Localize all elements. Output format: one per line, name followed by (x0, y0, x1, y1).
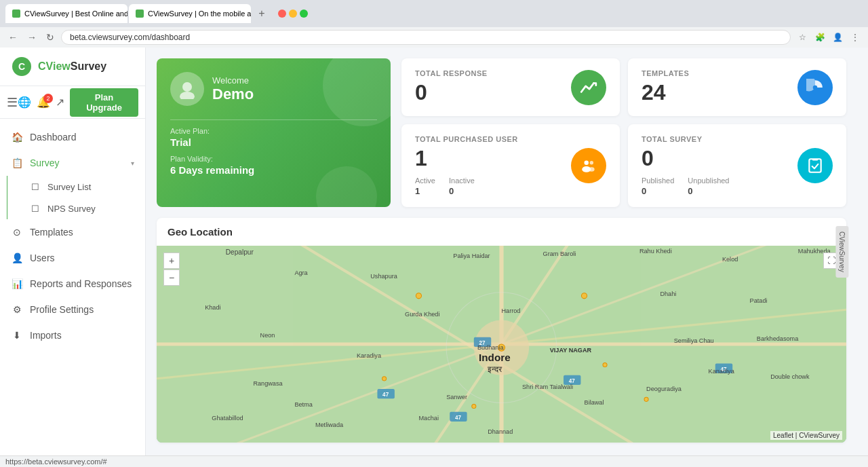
top-cards-row: Welcome Demo Active Plan: Trial Plan Val… (157, 58, 846, 207)
active-label: Active (415, 176, 435, 185)
welcome-greeting: Welcome (212, 75, 254, 86)
stat-card-total-survey: TOTAL SURVEY 0 Published 0 Unpublished 0 (628, 124, 846, 207)
browser-chrome: CViewSurvey | Best Online and ... ✕ CVie… (0, 0, 868, 27)
tab2-favicon (136, 10, 144, 18)
svg-text:Betma: Betma (294, 401, 313, 408)
window-min-btn[interactable] (289, 10, 297, 18)
browser-tab-2[interactable]: CViewSurvey | On the mobile ar... ✕ (129, 4, 251, 23)
sidebar-item-survey[interactable]: 📋 Survey ▾ (0, 150, 145, 176)
svg-text:Agra: Agra (294, 269, 308, 276)
sidebar-item-survey-list[interactable]: ☐ Survey List (0, 176, 145, 198)
unpublished-label: Unpublished (688, 176, 729, 185)
upgrade-button[interactable]: Plan Upgrade (70, 88, 138, 117)
stat-card-total-response: TOTAL RESPONSE 0 (401, 58, 620, 116)
svg-text:Dhahi: Dhahi (660, 291, 676, 297)
app-container: C CViewSurvey ☰ 🌐 🔔 2 ↗ Plan Upgrade 🏠 D… (0, 48, 868, 455)
purchased-user-icon-wrap (571, 148, 606, 183)
svg-text:Indore: Indore (479, 352, 511, 363)
profile-icon[interactable]: 👤 (830, 30, 845, 45)
svg-text:Ghatabillod: Ghatabillod (212, 415, 243, 422)
users-icon: 👤 (11, 252, 23, 264)
window-close-btn[interactable] (278, 10, 286, 18)
map-attribution: Leaflet | CViewSurvey (770, 431, 842, 440)
map-svg: 27 47 47 47 47 Depalpur Agra Ushapura P (157, 246, 846, 443)
geo-map[interactable]: 27 47 47 47 47 Depalpur Agra Ushapura P (157, 246, 846, 443)
templates-icon: ⊙ (11, 226, 23, 238)
notification-button[interactable]: 🔔 2 (37, 96, 50, 109)
reload-button[interactable]: ↻ (43, 31, 57, 44)
sidebar: C CViewSurvey ☰ 🌐 🔔 2 ↗ Plan Upgrade 🏠 D… (0, 48, 146, 455)
sidebar-label-dashboard: Dashboard (30, 132, 77, 143)
svg-text:Harrod: Harrod (502, 307, 521, 314)
sidebar-item-nps-survey[interactable]: ☐ NPS Survey (0, 198, 145, 219)
sidebar-item-dashboard[interactable]: 🏠 Dashboard (0, 124, 145, 150)
svg-point-24 (644, 397, 648, 401)
globe-icon-button[interactable]: 🌐 (18, 96, 31, 109)
inactive-value: 0 (449, 186, 475, 196)
svg-point-23 (603, 362, 607, 367)
dashboard-icon: 🏠 (11, 131, 23, 143)
stats-grid: TOTAL RESPONSE 0 TEMPL (401, 58, 846, 207)
published-label: Published (642, 176, 674, 185)
hamburger-button[interactable]: ☰ (7, 95, 18, 110)
survey-list-icon: ☐ (30, 181, 41, 192)
stat-sub-published: Published 0 (642, 176, 674, 196)
extensions-icon[interactable]: 🧩 (812, 30, 827, 45)
sidebar-label-users: Users (30, 253, 55, 263)
svg-point-3 (180, 92, 195, 99)
right-strip-label: CViewSurvey (836, 226, 849, 278)
sidebar-item-reports[interactable]: 📊 Reports and Responses (0, 271, 145, 297)
status-url: https://beta.cviewsurvey.com/# (5, 457, 107, 466)
notification-badge: 2 (43, 94, 53, 103)
stat-info-total-response: TOTAL RESPONSE 0 (415, 69, 488, 105)
status-bar: https://beta.cviewsurvey.com/# (0, 455, 868, 467)
app-header-bar: ☰ 🌐 🔔 2 ↗ Plan Upgrade (0, 86, 145, 119)
stat-label-total-survey: TOTAL SURVEY (642, 135, 729, 143)
address-bar[interactable]: beta.cviewsurvey.com/dashboard (61, 30, 791, 45)
sidebar-label-survey: Survey (30, 157, 60, 168)
sidebar-item-profile[interactable]: ⚙ Profile Settings (0, 297, 145, 322)
sidebar-item-users[interactable]: 👤 Users (0, 245, 145, 271)
reports-icon: 📊 (11, 278, 23, 290)
toolbar-icons: ☆ 🧩 👤 ⋮ (795, 30, 863, 45)
svg-text:इन्दर: इन्दर (487, 365, 502, 374)
menu-icon[interactable]: ⋮ (848, 30, 863, 45)
svg-text:Depalpur: Depalpur (226, 248, 254, 256)
user-avatar-icon (177, 79, 197, 99)
bookmark-icon[interactable]: ☆ (795, 30, 810, 45)
logout-button[interactable]: ↗ (56, 96, 64, 109)
stat-sub-unpublished: Unpublished 0 (688, 176, 729, 196)
browser-tabs: CViewSurvey | Best Online and ... ✕ CVie… (5, 4, 271, 23)
window-max-btn[interactable] (300, 10, 308, 18)
svg-text:Kelod: Kelod (722, 256, 738, 263)
sidebar-navigation: 🏠 Dashboard 📋 Survey ▾ ☐ Survey List ☐ N… (0, 119, 145, 455)
welcome-card: Welcome Demo Active Plan: Trial Plan Val… (157, 58, 391, 207)
browser-tab-1[interactable]: CViewSurvey | Best Online and ... ✕ (5, 4, 127, 23)
sidebar-item-templates[interactable]: ⊙ Templates (0, 219, 145, 245)
svg-text:Neon: Neon (260, 332, 275, 339)
new-tab-button[interactable]: + (252, 4, 271, 23)
svg-text:Gram Baroli: Gram Baroli (543, 250, 576, 257)
published-value: 0 (642, 186, 674, 196)
plan-label: Active Plan: (170, 127, 377, 135)
svg-point-25 (472, 404, 476, 408)
survey-submenu: ☐ Survey List ☐ NPS Survey (0, 176, 145, 219)
stat-label-templates: TEMPLATES (642, 69, 689, 77)
welcome-text-group: Welcome Demo (212, 75, 254, 103)
sidebar-item-imports[interactable]: ⬇ Imports (0, 322, 145, 348)
zoom-in-button[interactable]: + (163, 253, 180, 269)
svg-text:Deoguradiya: Deoguradiya (646, 386, 682, 392)
welcome-username: Demo (212, 86, 254, 103)
back-button[interactable]: ← (5, 31, 20, 44)
svg-text:Paliya Haidar: Paliya Haidar (453, 253, 490, 259)
svg-point-5 (585, 160, 589, 165)
sidebar-label-profile: Profile Settings (30, 304, 94, 315)
sidebar-right-strip: CViewSurvey (857, 48, 868, 455)
total-response-icon-wrap (571, 70, 606, 105)
svg-text:Barkhedasoma: Barkhedasoma (757, 335, 799, 342)
svg-text:Machai: Machai (418, 415, 438, 422)
svg-text:Khadi: Khadi (205, 304, 220, 311)
svg-text:47: 47 (455, 415, 462, 421)
zoom-out-button[interactable]: − (163, 269, 180, 286)
forward-button[interactable]: → (24, 31, 39, 44)
